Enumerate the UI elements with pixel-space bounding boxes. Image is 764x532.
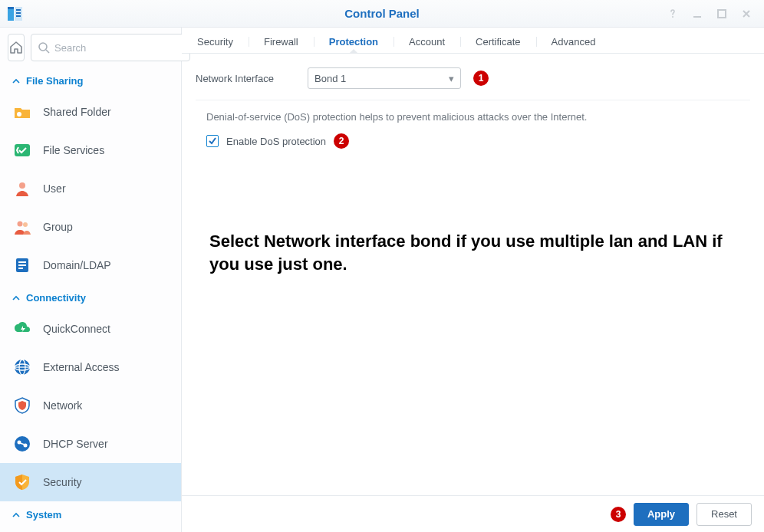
sidebar-item-label: Group xyxy=(43,221,73,233)
sidebar-item-label: User xyxy=(43,182,66,195)
sidebar-item-label: File Services xyxy=(43,144,104,156)
minimize-icon[interactable] xyxy=(690,7,704,21)
sidebar-item-label: Shared Folder xyxy=(43,106,111,118)
instruction-overlay: Select Network interface bond if you use… xyxy=(209,230,736,275)
enable-dos-row: Enable DoS protection 2 xyxy=(206,133,750,149)
shared-folder-icon xyxy=(12,102,32,122)
svg-rect-19 xyxy=(18,268,23,269)
tab-label: Certificate xyxy=(476,36,521,48)
sidebar-item-info-center[interactable]: Info Center xyxy=(0,527,181,532)
tab-label: Security xyxy=(197,36,233,48)
annotation-badge-1: 1 xyxy=(473,71,489,86)
network-interface-label: Network Interface xyxy=(196,73,295,84)
sidebar-item-label: DHCP Server xyxy=(43,438,108,450)
domain-ldap-icon xyxy=(12,255,32,275)
sidebar-scroll[interactable]: File Sharing Shared Folder File Services… xyxy=(0,67,181,532)
annotation-badge-2: 2 xyxy=(334,133,349,149)
sidebar-item-label: QuickConnect xyxy=(43,323,110,335)
sidebar-item-shared-folder[interactable]: Shared Folder xyxy=(0,93,181,131)
section-connectivity[interactable]: Connectivity xyxy=(0,284,181,310)
sidebar: File Sharing Shared Folder File Services… xyxy=(0,28,182,532)
svg-point-14 xyxy=(18,222,23,227)
svg-rect-4 xyxy=(16,12,21,14)
section-file-sharing[interactable]: File Sharing xyxy=(0,67,181,93)
search-input[interactable] xyxy=(54,42,183,54)
sidebar-item-domain-ldap[interactable]: Domain/LDAP xyxy=(0,246,181,284)
dhcp-server-icon xyxy=(12,434,32,454)
svg-point-15 xyxy=(23,222,28,227)
svg-line-10 xyxy=(46,50,49,53)
chevron-up-icon xyxy=(12,77,20,85)
sidebar-item-file-services[interactable]: File Services xyxy=(0,131,181,169)
chevron-up-icon xyxy=(12,511,20,519)
body: File Sharing Shared Folder File Services… xyxy=(0,28,764,532)
enable-dos-label: Enable DoS protection xyxy=(226,136,326,147)
window-title: Control Panel xyxy=(0,7,764,20)
external-access-icon xyxy=(12,357,32,377)
svg-rect-3 xyxy=(16,9,21,11)
tab-certificate[interactable]: Certificate xyxy=(460,31,536,53)
section-system[interactable]: System xyxy=(0,501,181,527)
sidebar-item-label: External Access xyxy=(43,361,120,373)
sidebar-item-network[interactable]: Network xyxy=(0,386,181,425)
sidebar-item-dhcp-server[interactable]: DHCP Server xyxy=(0,425,181,463)
sidebar-item-security[interactable]: Security xyxy=(0,463,181,501)
main: Security Firewall Protection Account Cer… xyxy=(182,28,764,532)
svg-point-9 xyxy=(39,43,47,51)
sidebar-item-user[interactable]: User xyxy=(0,169,181,208)
sidebar-item-quickconnect[interactable]: QuickConnect xyxy=(0,310,181,348)
select-value: Bond 1 xyxy=(314,73,346,84)
tab-label: Firewall xyxy=(264,36,298,48)
tab-protection[interactable]: Protection xyxy=(314,31,394,53)
sidebar-item-external-access[interactable]: External Access xyxy=(0,348,181,386)
svg-point-6 xyxy=(672,16,673,18)
titlebar-controls xyxy=(666,7,764,21)
control-panel-window: Control Panel xyxy=(0,0,764,532)
dos-description: Denial-of-service (DoS) protection helps… xyxy=(206,111,750,123)
tab-account[interactable]: Account xyxy=(394,31,460,53)
section-title: File Sharing xyxy=(26,75,83,87)
sidebar-top xyxy=(0,28,181,67)
maximize-icon[interactable] xyxy=(715,7,729,21)
search-icon xyxy=(38,41,50,54)
quickconnect-icon xyxy=(12,319,32,339)
sidebar-item-group[interactable]: Group xyxy=(0,208,181,246)
security-icon xyxy=(12,472,32,492)
svg-rect-5 xyxy=(16,15,21,17)
sidebar-item-label: Network xyxy=(43,399,82,412)
close-icon[interactable] xyxy=(739,7,753,21)
group-icon xyxy=(12,217,32,237)
network-interface-select[interactable]: Bond 1 ▾ xyxy=(308,67,461,89)
app-icon xyxy=(6,5,25,23)
check-icon xyxy=(208,136,217,146)
tab-label: Protection xyxy=(329,36,378,48)
svg-rect-7 xyxy=(693,16,701,18)
home-icon xyxy=(8,40,24,55)
user-icon xyxy=(12,179,32,199)
content: Network Interface Bond 1 ▾ 1 Denial-of-s… xyxy=(182,54,764,495)
annotation-badge-3: 3 xyxy=(611,507,626,522)
tabs: Security Firewall Protection Account Cer… xyxy=(182,28,764,54)
footer: 3 Apply Reset xyxy=(182,495,764,532)
svg-rect-1 xyxy=(8,7,14,9)
chevron-up-icon xyxy=(12,294,20,302)
svg-rect-18 xyxy=(18,264,26,266)
help-icon[interactable] xyxy=(666,7,680,21)
tab-security[interactable]: Security xyxy=(182,31,249,53)
section-title: System xyxy=(26,509,61,521)
button-label: Reset xyxy=(711,508,737,520)
sidebar-item-label: Security xyxy=(43,476,82,488)
button-label: Apply xyxy=(647,508,675,520)
svg-rect-17 xyxy=(18,261,26,263)
search-box[interactable] xyxy=(31,34,190,61)
network-icon xyxy=(12,396,32,415)
section-title: Connectivity xyxy=(26,292,86,304)
tab-firewall[interactable]: Firewall xyxy=(249,31,314,53)
home-button[interactable] xyxy=(8,34,25,61)
tab-label: Account xyxy=(409,36,445,48)
enable-dos-checkbox[interactable] xyxy=(206,135,219,147)
reset-button[interactable]: Reset xyxy=(696,503,752,526)
tab-advanced[interactable]: Advanced xyxy=(536,31,611,53)
caret-down-icon: ▾ xyxy=(449,73,454,84)
apply-button[interactable]: Apply xyxy=(634,503,689,526)
